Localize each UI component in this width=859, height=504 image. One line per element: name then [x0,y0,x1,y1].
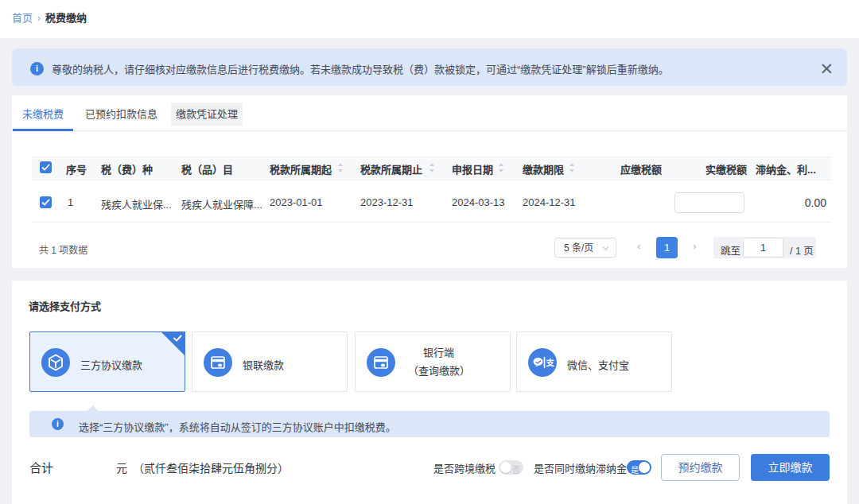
svg-text:支: 支 [546,358,555,367]
